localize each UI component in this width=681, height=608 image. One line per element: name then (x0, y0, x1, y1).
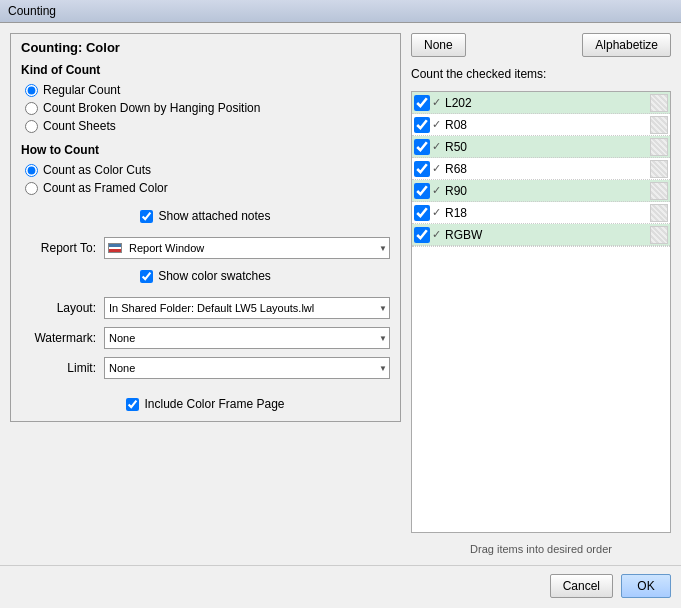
ok-button[interactable]: OK (621, 574, 671, 598)
item-swatch-3 (650, 160, 668, 178)
items-list[interactable]: ✓ L202 ✓ R08 ✓ R50 ✓ (411, 91, 671, 533)
report-window-icon (108, 243, 122, 253)
kind-of-count-group: Regular Count Count Broken Down by Hangi… (21, 83, 390, 133)
item-name-1: R08 (443, 118, 650, 132)
kind-of-count-title: Kind of Count (21, 63, 390, 77)
show-notes-label: Show attached notes (158, 209, 270, 223)
list-item[interactable]: ✓ R68 (412, 158, 670, 180)
how-to-count-group: Count as Color Cuts Count as Framed Colo… (21, 163, 390, 195)
watermark-wrapper: None ▼ (104, 327, 390, 349)
checkmark-icon-4: ✓ (432, 184, 441, 197)
item-swatch-0 (650, 94, 668, 112)
checkmark-icon-0: ✓ (432, 96, 441, 109)
top-buttons: None Alphabetize (411, 33, 671, 57)
item-swatch-1 (650, 116, 668, 134)
kind-hanging-item[interactable]: Count Broken Down by Hanging Position (25, 101, 390, 115)
item-checkbox-3[interactable] (414, 161, 430, 177)
limit-row: Limit: None ▼ (21, 353, 390, 383)
list-item[interactable]: ✓ RGBW (412, 224, 670, 246)
watermark-select[interactable]: None (104, 327, 390, 349)
item-name-2: R50 (443, 140, 650, 154)
group-title: Counting: Color (21, 40, 390, 55)
layout-label: Layout: (21, 301, 96, 315)
item-name-4: R90 (443, 184, 650, 198)
main-group-box: Counting: Color Kind of Count Regular Co… (10, 33, 401, 422)
how-to-count-title: How to Count (21, 143, 390, 157)
kind-regular-item[interactable]: Regular Count (25, 83, 390, 97)
item-checkbox-4[interactable] (414, 183, 430, 199)
show-swatches-checkbox[interactable] (140, 270, 153, 283)
item-name-3: R68 (443, 162, 650, 176)
watermark-label: Watermark: (21, 331, 96, 345)
list-item[interactable]: ✓ R08 (412, 114, 670, 136)
bottom-buttons: Cancel OK (0, 565, 681, 608)
how-color-cuts-radio[interactable] (25, 164, 38, 177)
item-checkbox-2[interactable] (414, 139, 430, 155)
include-color-frame-label: Include Color Frame Page (144, 397, 284, 411)
layout-row: Layout: In Shared Folder: Default LW5 La… (21, 293, 390, 323)
item-name-5: R18 (443, 206, 650, 220)
dialog: Counting Counting: Color Kind of Count R… (0, 0, 681, 608)
show-notes-item[interactable]: Show attached notes (140, 209, 270, 223)
report-to-wrapper: Report Window Print File ▼ (104, 237, 390, 259)
layout-select[interactable]: In Shared Folder: Default LW5 Layouts.lw… (104, 297, 390, 319)
cancel-button[interactable]: Cancel (550, 574, 613, 598)
kind-sheets-label: Count Sheets (43, 119, 116, 133)
how-color-cuts-label: Count as Color Cuts (43, 163, 151, 177)
item-checkbox-6[interactable] (414, 227, 430, 243)
report-to-select[interactable]: Report Window Print File (104, 237, 390, 259)
left-panel: Counting: Color Kind of Count Regular Co… (10, 33, 401, 555)
checkmark-icon-5: ✓ (432, 206, 441, 219)
kind-regular-label: Regular Count (43, 83, 120, 97)
report-to-row: Report To: Report Window Print File ▼ (21, 233, 390, 263)
limit-wrapper: None ▼ (104, 357, 390, 379)
include-color-frame-item[interactable]: Include Color Frame Page (126, 397, 284, 411)
show-swatches-label: Show color swatches (158, 269, 271, 283)
report-to-label: Report To: (21, 241, 96, 255)
layout-wrapper: In Shared Folder: Default LW5 Layouts.lw… (104, 297, 390, 319)
include-color-frame-checkbox[interactable] (126, 398, 139, 411)
item-swatch-4 (650, 182, 668, 200)
limit-select[interactable]: None (104, 357, 390, 379)
alphabetize-button[interactable]: Alphabetize (582, 33, 671, 57)
count-label: Count the checked items: (411, 67, 671, 81)
list-item[interactable]: ✓ R50 (412, 136, 670, 158)
list-item[interactable]: ✓ R18 (412, 202, 670, 224)
kind-hanging-label: Count Broken Down by Hanging Position (43, 101, 260, 115)
right-panel: None Alphabetize Count the checked items… (411, 33, 671, 555)
dialog-content: Counting: Color Kind of Count Regular Co… (0, 23, 681, 565)
list-item[interactable]: ✓ R90 (412, 180, 670, 202)
how-framed-color-radio[interactable] (25, 182, 38, 195)
checkmark-icon-6: ✓ (432, 228, 441, 241)
item-name-0: L202 (443, 96, 650, 110)
item-swatch-6 (650, 226, 668, 244)
item-swatch-5 (650, 204, 668, 222)
how-color-cuts-item[interactable]: Count as Color Cuts (25, 163, 390, 177)
empty-list-area (412, 246, 670, 406)
item-name-6: RGBW (443, 228, 650, 242)
checkmark-icon-2: ✓ (432, 140, 441, 153)
kind-sheets-item[interactable]: Count Sheets (25, 119, 390, 133)
kind-sheets-radio[interactable] (25, 120, 38, 133)
show-notes-checkbox[interactable] (140, 210, 153, 223)
item-checkbox-0[interactable] (414, 95, 430, 111)
list-item[interactable]: ✓ L202 (412, 92, 670, 114)
checkmark-icon-3: ✓ (432, 162, 441, 175)
watermark-row: Watermark: None ▼ (21, 323, 390, 353)
kind-hanging-radio[interactable] (25, 102, 38, 115)
kind-regular-radio[interactable] (25, 84, 38, 97)
show-swatches-item[interactable]: Show color swatches (140, 269, 271, 283)
checkmark-icon-1: ✓ (432, 118, 441, 131)
how-framed-color-item[interactable]: Count as Framed Color (25, 181, 390, 195)
title-bar-label: Counting (8, 4, 56, 18)
none-button[interactable]: None (411, 33, 466, 57)
title-bar: Counting (0, 0, 681, 23)
item-checkbox-1[interactable] (414, 117, 430, 133)
how-framed-color-label: Count as Framed Color (43, 181, 168, 195)
limit-label: Limit: (21, 361, 96, 375)
drag-hint: Drag items into desired order (411, 543, 671, 555)
item-checkbox-5[interactable] (414, 205, 430, 221)
item-swatch-2 (650, 138, 668, 156)
